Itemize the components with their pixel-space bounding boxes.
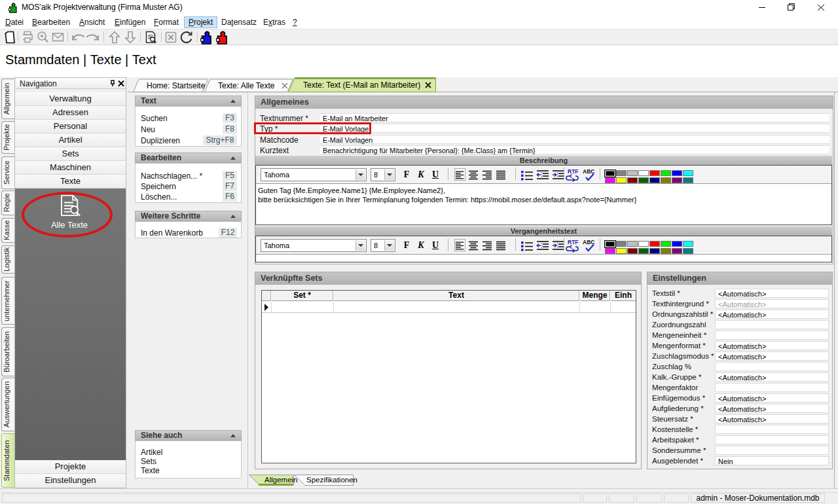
- svg-text:RTF: RTF: [568, 239, 579, 245]
- svg-text:RTF: RTF: [568, 168, 579, 175]
